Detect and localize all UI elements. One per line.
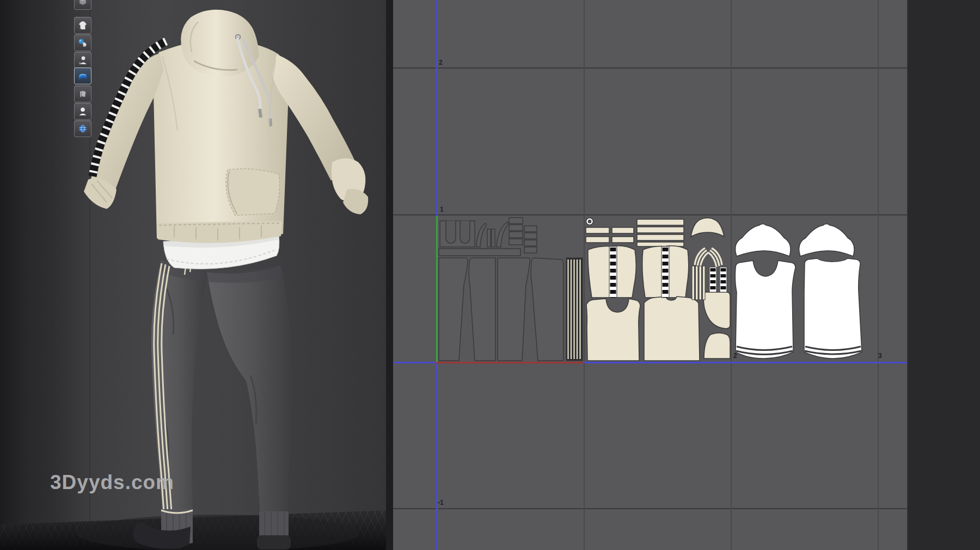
grid-hline (393, 214, 907, 215)
grid-hline (393, 508, 907, 509)
toolbar-button-box[interactable] (74, 0, 91, 10)
track-pants[interactable] (151, 256, 293, 545)
right-dark-margin (908, 0, 980, 550)
application-window: 3Dyyds.com (0, 0, 980, 550)
toolbar-button-garment[interactable] (74, 17, 91, 34)
hoodie[interactable] (84, 10, 368, 243)
shirt-icon (77, 20, 88, 31)
u-axis-red (436, 362, 584, 363)
toolbar-button-globe[interactable] (74, 120, 91, 137)
kangaroo-pocket (226, 169, 279, 215)
world-axis-blue (436, 362, 438, 550)
v-axis-green (436, 216, 438, 362)
globe-icon (77, 123, 88, 134)
hoodie-pattern-group[interactable] (584, 216, 731, 363)
fabric-layers-icon (77, 71, 88, 82)
toolbar-button-dress-avatar[interactable] (74, 52, 91, 69)
pants-pattern-group[interactable] (437, 216, 585, 363)
shoe-right (257, 535, 291, 549)
pants-stripe-piece (566, 258, 583, 361)
sphere-shirt-icon (77, 38, 88, 48)
y-axis-label-2: 2 (439, 59, 443, 66)
world-axis-blue (584, 362, 907, 363)
watermark-text: 3Dyyds.com (50, 471, 174, 494)
avatar-dress-icon (77, 55, 88, 66)
viewport-2d-patterns[interactable]: 2 1 -1 2 3 (393, 0, 980, 550)
grid-hline (393, 67, 907, 69)
world-axis-blue (393, 362, 436, 363)
toolbar-button-avatar[interactable] (74, 103, 91, 120)
fabric-piece-icon (77, 89, 88, 100)
y-axis-label-neg1: -1 (438, 499, 444, 506)
toolbar-button-fabric-layers[interactable] (74, 67, 91, 84)
cube-icon (77, 0, 88, 7)
avatar-3d-model[interactable] (0, 0, 389, 550)
x-axis-label-2: 2 (733, 353, 737, 359)
x-axis-label-3: 3 (878, 353, 882, 359)
y-axis-label-1: 1 (440, 206, 444, 213)
avatar-icon (77, 106, 88, 117)
world-axis-blue (436, 0, 438, 216)
panel-divider[interactable] (386, 0, 393, 550)
toolbar-button-fabric-piece[interactable] (74, 85, 91, 102)
toolbar-button-simulate[interactable] (74, 34, 91, 51)
tshirt-pattern-group[interactable] (731, 216, 878, 363)
viewport-3d[interactable]: 3Dyyds.com (0, 0, 389, 550)
